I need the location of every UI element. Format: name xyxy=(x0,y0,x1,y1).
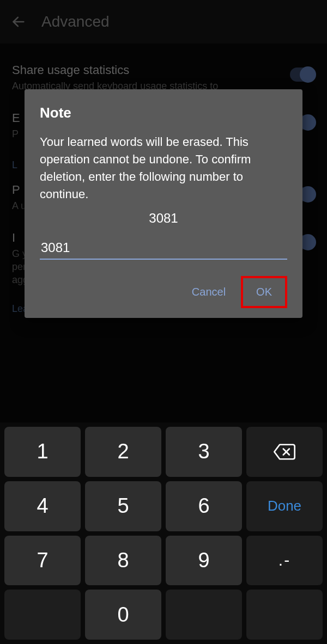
key-backspace[interactable] xyxy=(246,427,323,477)
dialog-actions: Cancel OK xyxy=(40,276,287,308)
ok-button[interactable]: OK xyxy=(249,280,280,304)
key-6[interactable]: 6 xyxy=(166,481,242,531)
key-done[interactable]: Done xyxy=(246,481,323,531)
dialog-body: Your learned words will be erased. This … xyxy=(40,133,287,203)
key-5[interactable]: 5 xyxy=(85,481,161,531)
backspace-icon xyxy=(272,443,296,461)
key-3[interactable]: 3 xyxy=(166,427,242,477)
key-blank-right-2 xyxy=(246,590,323,640)
key-2[interactable]: 2 xyxy=(85,427,161,477)
key-blank-right-1 xyxy=(166,590,242,640)
numeric-keyboard: 1 2 3 4 5 6 Done 7 8 9 .- 0 xyxy=(0,422,327,644)
key-symbols[interactable]: .- xyxy=(246,536,323,586)
key-8[interactable]: 8 xyxy=(85,536,161,586)
confirm-dialog: Note Your learned words will be erased. … xyxy=(25,89,302,318)
dialog-confirm-number: 3081 xyxy=(40,211,287,226)
ok-highlight-box: OK xyxy=(241,276,287,308)
confirm-number-input[interactable] xyxy=(40,237,287,260)
key-blank-left xyxy=(4,590,81,640)
key-1[interactable]: 1 xyxy=(4,427,81,477)
key-0[interactable]: 0 xyxy=(85,590,161,640)
key-4[interactable]: 4 xyxy=(4,481,81,531)
cancel-button[interactable]: Cancel xyxy=(184,280,233,304)
key-7[interactable]: 7 xyxy=(4,536,81,586)
key-9[interactable]: 9 xyxy=(166,536,242,586)
dialog-title: Note xyxy=(40,105,287,121)
